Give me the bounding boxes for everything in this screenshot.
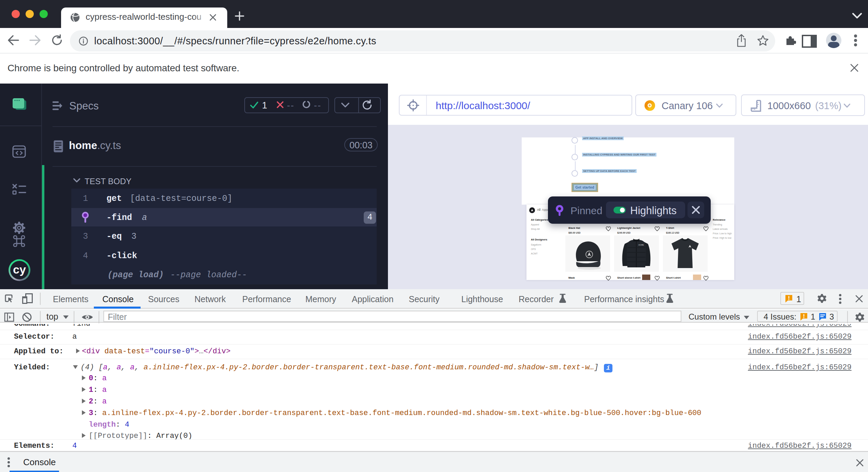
svg-text:ACME: ACME <box>638 244 644 246</box>
